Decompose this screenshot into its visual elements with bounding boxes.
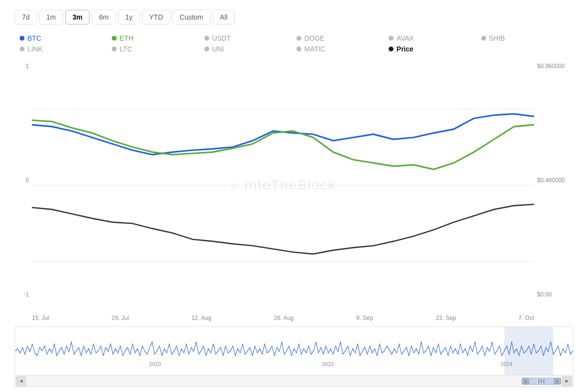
legend-item-usdt[interactable]: USDT	[204, 34, 296, 42]
legend-dot-price	[389, 47, 393, 51]
legend-dot-shib	[481, 36, 486, 41]
legend-item-eth[interactable]: ETH	[112, 34, 204, 42]
x-label: 15. Jul	[32, 315, 49, 321]
legend-label-avax: AVAX	[396, 34, 414, 42]
scrollbar-area: ◀ ||| ||| ▶	[15, 375, 573, 387]
y-label-top: 1	[15, 63, 29, 70]
legend-item-btc[interactable]: BTC	[20, 34, 112, 42]
main-chart-wrapper: 1 0 -1 ⟐ IntoTheBlock	[15, 58, 573, 313]
legend-dot-uni	[204, 47, 209, 51]
legend-label-matic: MATIC	[304, 45, 325, 53]
legend-label-doge: DOGE	[304, 34, 324, 42]
x-label: 9. Sep	[356, 315, 373, 321]
y-axis-left: 1 0 -1	[15, 58, 32, 313]
x-label: 12. Aug	[192, 315, 212, 321]
legend-dot-doge	[296, 36, 301, 41]
legend-item-uni[interactable]: UNI	[204, 45, 296, 53]
scroll-thumb-handle-right[interactable]: |||	[554, 378, 561, 384]
x-axis: 15. Jul29. Jul12. Aug26. Aug9. Sep23. Se…	[32, 313, 534, 324]
legend-dot-eth	[112, 36, 117, 41]
mini-chart-section: 2020 2022 2024	[15, 326, 573, 375]
time-btn-ytd[interactable]: YTD	[142, 10, 171, 24]
legend-item-doge[interactable]: DOGE	[296, 34, 389, 42]
legend-label-price: Price	[396, 45, 413, 53]
scroll-track: ||| |||	[27, 378, 561, 385]
y-label-mid: 0	[15, 177, 29, 184]
legend-dot-link	[20, 47, 24, 51]
legend-label-link: LINK	[27, 45, 43, 53]
scroll-thumb[interactable]: ||| |||	[522, 378, 561, 385]
main-container: 7d1m3m6m1yYTDCustomAll BTCETHUSDTDOGEAVA…	[0, 0, 588, 392]
legend-label-usdt: USDT	[212, 34, 231, 42]
scroll-grip-3	[543, 379, 544, 383]
scroll-thumb-handle-left[interactable]: |||	[522, 378, 529, 384]
y-label-bot: -1	[15, 291, 29, 298]
legend-label-ltc: LTC	[120, 45, 132, 53]
time-btn-7d[interactable]: 7d	[15, 10, 37, 24]
legend-dot-usdt	[204, 36, 209, 41]
legend-item-matic[interactable]: MATIC	[296, 45, 389, 53]
time-btn-1m[interactable]: 1m	[39, 10, 63, 24]
legend-dot-btc	[20, 36, 24, 41]
chart-legend: BTCETHUSDTDOGEAVAXSHIBLINKLTCUNIMATICPri…	[15, 34, 573, 53]
time-btn-custom[interactable]: Custom	[172, 10, 211, 24]
x-label: 7. Oct	[518, 315, 534, 321]
y-axis-right: $0.960000 $0.480000 $0.00	[534, 58, 573, 313]
scroll-right-button[interactable]: ▶	[562, 376, 572, 386]
time-btn-all[interactable]: All	[213, 10, 235, 24]
legend-dot-matic	[296, 47, 301, 51]
y-right-label-top: $0.960000	[537, 63, 573, 70]
chart-area: 1 0 -1 ⟐ IntoTheBlock	[15, 58, 573, 324]
x-label: 26. Aug	[274, 315, 294, 321]
chart-svg-container: ⟐ IntoTheBlock	[32, 58, 534, 313]
legend-item-avax[interactable]: AVAX	[389, 34, 481, 42]
legend-dot-ltc	[112, 47, 117, 51]
svg-rect-3	[504, 327, 553, 375]
legend-item-link[interactable]: LINK	[20, 45, 112, 53]
legend-label-uni: UNI	[212, 45, 224, 53]
scroll-left-button[interactable]: ◀	[16, 376, 26, 386]
time-range-bar: 7d1m3m6m1yYTDCustomAll	[15, 10, 573, 24]
x-label: 23. Sep	[436, 315, 456, 321]
x-label: 29. Jul	[112, 315, 129, 321]
legend-label-btc: BTC	[27, 34, 41, 42]
legend-item-price[interactable]: Price	[389, 45, 481, 53]
time-btn-1y[interactable]: 1y	[118, 10, 140, 24]
scroll-grip-2	[541, 379, 542, 383]
legend-item-shib[interactable]: SHIB	[481, 34, 573, 42]
legend-item-ltc[interactable]: LTC	[112, 45, 204, 53]
y-right-label-bot: $0.00	[537, 291, 573, 298]
time-btn-6m[interactable]: 6m	[92, 10, 116, 24]
scroll-grip-1	[539, 379, 539, 383]
legend-label-eth: ETH	[120, 34, 133, 42]
y-right-label-mid: $0.480000	[537, 177, 573, 184]
legend-dot-avax	[389, 36, 393, 41]
time-btn-3m[interactable]: 3m	[65, 10, 90, 24]
legend-label-shib: SHIB	[489, 34, 505, 42]
